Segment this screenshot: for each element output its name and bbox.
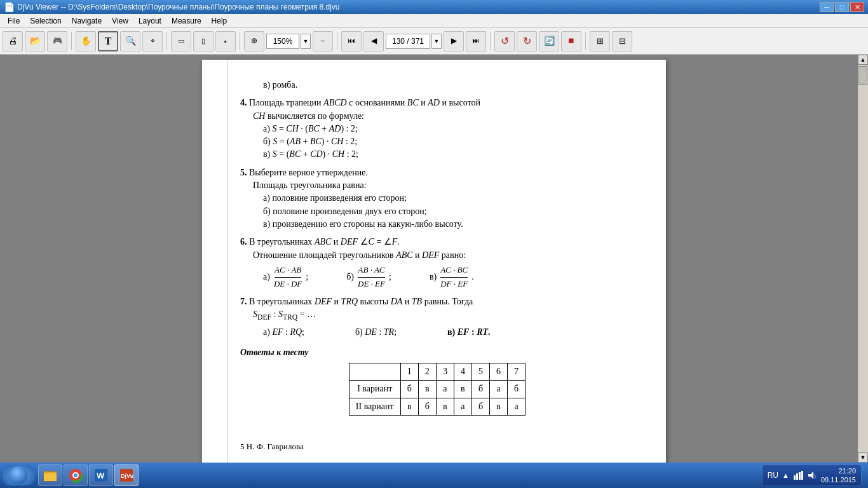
th-1: 1 xyxy=(400,363,418,381)
v2-5: б xyxy=(471,398,489,415)
titlebar-controls: ─ □ ✕ xyxy=(820,2,864,12)
stop-button[interactable]: ⏹ xyxy=(561,31,581,51)
q6b-num: AB · AC xyxy=(358,264,384,278)
zoom-out-button[interactable]: − xyxy=(313,31,333,51)
tray-up-arrow[interactable]: ▲ xyxy=(782,471,789,479)
taskbar-chrome[interactable] xyxy=(64,464,88,486)
open-button[interactable]: 📂 xyxy=(25,31,45,51)
q6-v: в) AC · BC DF · EF . xyxy=(430,264,474,290)
svg-rect-13 xyxy=(799,472,801,480)
table-row-2: II вариант в б в а б в а xyxy=(349,398,525,415)
minimize-button[interactable]: ─ xyxy=(820,2,834,12)
svg-text:W: W xyxy=(97,471,105,480)
svg-rect-14 xyxy=(801,471,803,480)
answers-section: Ответы к тесту 1 2 3 4 5 6 7 I вариант б… xyxy=(240,346,634,416)
separator5 xyxy=(490,32,491,50)
grid-button[interactable]: ⊞ xyxy=(590,31,610,51)
chrome-icon xyxy=(68,468,83,483)
q4-a: а) S = CH · (BC + AD) : 2; xyxy=(240,123,634,135)
refresh-button[interactable]: 🔄 xyxy=(539,31,559,51)
taskbar-word[interactable]: W xyxy=(89,464,113,486)
word-icon: W xyxy=(93,468,109,483)
scroll-up-arrow[interactable]: ▲ xyxy=(858,55,868,65)
nav-next-button[interactable]: ▶ xyxy=(444,31,464,51)
close-button[interactable]: ✕ xyxy=(850,2,864,12)
main-view: в) ромба. 4. Площадь трапеции ABCD с осн… xyxy=(0,55,868,463)
v1-6: а xyxy=(490,381,508,398)
zoom-circle-button[interactable]: ⊕ xyxy=(244,31,264,51)
menu-layout[interactable]: Layout xyxy=(133,15,166,27)
text-tool-button[interactable]: T xyxy=(98,31,118,51)
q5-v: в) произведению его стороны на какую-либ… xyxy=(240,218,634,231)
select-tool-button[interactable]: ⌖ xyxy=(142,31,163,51)
nav-prev-button[interactable]: ◀ xyxy=(363,31,384,51)
v2-7: а xyxy=(508,398,526,415)
nav-first-button[interactable]: ⏮ xyxy=(341,31,362,51)
answers-table: 1 2 3 4 5 6 7 I вариант б в а в б а б xyxy=(349,363,526,416)
rotate-ccw-button[interactable]: ↻ xyxy=(517,31,537,51)
app-icon: 📄 xyxy=(4,2,15,12)
th-4: 4 xyxy=(454,363,471,381)
zoom-in-button[interactable]: 🔍 xyxy=(120,31,140,51)
q6-b: б) AB · AC DE · EF ; xyxy=(346,264,391,290)
question-4: 4. Площадь трапеции ABCD с основаниями B… xyxy=(240,97,634,161)
network-icon xyxy=(793,470,803,480)
page-dropdown[interactable]: ▼ xyxy=(431,34,442,49)
q6v-dot: . xyxy=(471,271,474,283)
footer-note: 5 Н. Ф. Гаврилова xyxy=(240,441,634,453)
hand-tool-button[interactable]: ✋ xyxy=(76,31,96,51)
v1-5: б xyxy=(471,381,489,398)
q6v-num: AC · BC xyxy=(440,264,468,278)
q6v-den: DF · EF xyxy=(440,278,468,290)
svg-text:): ) xyxy=(814,473,816,479)
clock: 21:20 09.11.2015 xyxy=(821,466,856,485)
frame-button3[interactable]: ▪ xyxy=(215,31,236,51)
q5-subheader: Площадь треугольника равна: xyxy=(240,179,634,192)
menu-help[interactable]: Help xyxy=(207,15,233,27)
th-5: 5 xyxy=(471,363,489,381)
taskbar-djvu[interactable]: DjVu xyxy=(114,464,139,486)
start-button[interactable] xyxy=(3,465,34,485)
q6b-den: DE · EF xyxy=(358,278,385,290)
window-title: DjVu Viewer -- D:\SysFolders\Desktop\Поу… xyxy=(17,3,340,11)
extra-button[interactable]: ⊟ xyxy=(612,31,632,51)
taskbar-explorer[interactable] xyxy=(38,464,62,486)
frame-button2[interactable]: ▯ xyxy=(193,31,214,51)
zoom-input[interactable] xyxy=(266,34,299,49)
bookmark-button[interactable]: 🎮 xyxy=(47,31,67,51)
scroll-down-arrow[interactable]: ▼ xyxy=(858,452,868,463)
q4-subheader: CH вычисляется по формуле: xyxy=(240,110,634,123)
menu-navigate[interactable]: Navigate xyxy=(67,15,107,27)
page-input[interactable] xyxy=(386,34,430,49)
th-2: 2 xyxy=(418,363,436,381)
q6-a: а) AC · AB DE · DF ; xyxy=(263,264,308,290)
frame-button1[interactable]: ▭ xyxy=(171,31,191,51)
menu-measure[interactable]: Measure xyxy=(166,15,207,27)
q5-header-text: Выберите верное утверждение. xyxy=(249,168,368,177)
system-tray: RU ▲ ) 21:20 09.11.2015 xyxy=(762,464,862,486)
q6-h1-text: В треугольниках ABC и DEF ∠C = ∠F. xyxy=(249,237,400,247)
page-area: ▼ xyxy=(386,34,442,49)
q6a-fraction: AC · AB DE · DF xyxy=(274,264,302,290)
toolbar: 🖨 📂 🎮 ✋ T 🔍 ⌖ ▭ ▯ ▪ ⊕ ▼ − ⏮ ◀ ▼ ▶ ⏭ ↺ ↻ … xyxy=(0,28,868,55)
language-indicator[interactable]: RU xyxy=(768,471,778,480)
zoom-dropdown[interactable]: ▼ xyxy=(301,34,311,49)
q4-v: в) S = (BC + CD) · CH : 2; xyxy=(240,148,634,161)
menu-file[interactable]: File xyxy=(3,15,25,27)
scroll-thumb[interactable] xyxy=(858,66,867,85)
title-bar: 📄 DjVu Viewer -- D:\SysFolders\Desktop\П… xyxy=(0,0,868,14)
q4-header-text: Площадь трапеции ABCD с основаниями BC и… xyxy=(249,98,480,107)
maximize-button[interactable]: □ xyxy=(835,2,849,12)
date-display: 09.11.2015 xyxy=(821,475,856,484)
answers-title: Ответы к тесту xyxy=(240,346,634,359)
print-button[interactable]: 🖨 xyxy=(3,31,23,51)
v2-3: в xyxy=(436,398,454,415)
nav-last-button[interactable]: ⏭ xyxy=(466,31,486,51)
scrollbar[interactable]: ▲ ▼ xyxy=(858,55,868,463)
q7-header: 7. В треугольниках DEF и TRQ высоты DA и… xyxy=(240,295,634,308)
menu-view[interactable]: View xyxy=(107,15,133,27)
table-row-1: I вариант б в а в б а б xyxy=(349,381,525,398)
v2-1: в xyxy=(400,398,418,415)
rotate-cw-button[interactable]: ↺ xyxy=(494,31,515,51)
menu-selection[interactable]: Selection xyxy=(25,15,66,27)
